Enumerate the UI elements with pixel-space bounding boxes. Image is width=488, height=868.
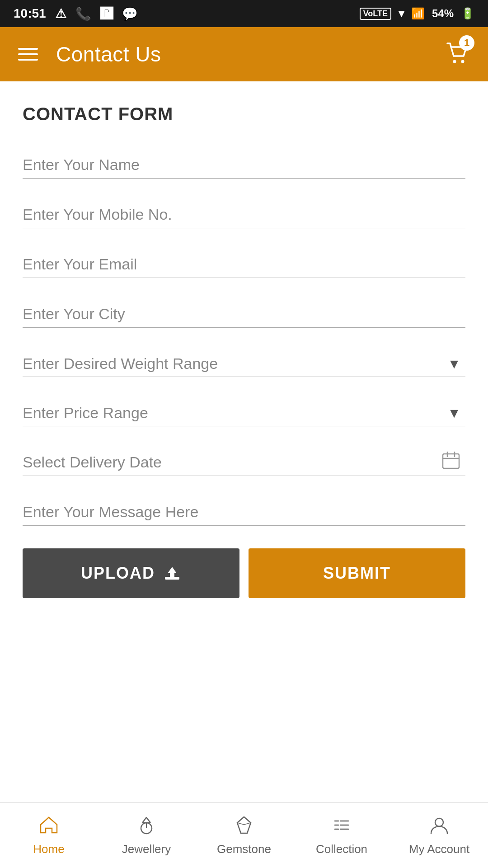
weight-range-select[interactable]: Enter Desired Weight Range xyxy=(23,350,465,377)
signal-icon: 📶 xyxy=(411,7,425,20)
hamburger-menu[interactable] xyxy=(18,48,38,61)
cart-button[interactable]: 1 xyxy=(443,40,470,69)
nav-item-gemstone[interactable]: Gemstone xyxy=(195,803,293,868)
nav-item-jewellery[interactable]: Jewellery xyxy=(98,803,195,868)
city-field-group xyxy=(23,301,465,328)
email-input[interactable] xyxy=(23,251,465,278)
upload-icon xyxy=(163,564,181,582)
svg-marker-12 xyxy=(237,817,251,825)
mobile-input[interactable] xyxy=(23,201,465,228)
message-input[interactable] xyxy=(23,499,465,526)
status-time: 10:51 xyxy=(14,6,46,21)
svg-marker-7 xyxy=(168,567,177,577)
name-field-group xyxy=(23,151,465,179)
cart-badge: 1 xyxy=(459,35,474,51)
upload-button[interactable]: UPLOAD xyxy=(23,548,239,598)
nav-label-home: Home xyxy=(33,842,64,856)
svg-point-19 xyxy=(435,818,443,826)
delivery-date-group xyxy=(23,449,465,476)
bottom-nav: Home Jewellery Gemstone xyxy=(0,802,488,868)
gemstone-icon xyxy=(234,815,254,839)
weight-range-group: Enter Desired Weight Range ▼ xyxy=(23,350,465,377)
form-buttons: UPLOAD SUBMIT xyxy=(23,548,465,598)
wifi-icon: ▾ xyxy=(399,7,404,20)
battery-icon: 🔋 xyxy=(461,7,474,20)
svg-point-1 xyxy=(461,60,465,63)
submit-button[interactable]: SUBMIT xyxy=(249,548,465,598)
volte-badge: VoLTE xyxy=(360,8,391,20)
nav-item-home[interactable]: Home xyxy=(0,803,98,868)
nav-item-collection[interactable]: Collection xyxy=(293,803,390,868)
svg-point-0 xyxy=(453,60,456,63)
navbar: Contact Us 1 xyxy=(0,27,488,81)
form-section-title: CONTACT FORM xyxy=(23,104,465,124)
whatsapp-icon: 💬 xyxy=(122,6,138,21)
city-input[interactable] xyxy=(23,301,465,328)
email-field-group xyxy=(23,251,465,278)
nav-item-myaccount[interactable]: My Account xyxy=(390,803,488,868)
myaccount-icon xyxy=(429,815,450,839)
name-input[interactable] xyxy=(23,151,465,179)
battery-level: 54% xyxy=(432,7,454,20)
svg-rect-6 xyxy=(165,577,179,580)
svg-marker-11 xyxy=(237,817,251,833)
nav-label-myaccount: My Account xyxy=(409,842,469,856)
mobile-field-group xyxy=(23,201,465,228)
nav-label-gemstone: Gemstone xyxy=(217,842,271,856)
jewellery-icon xyxy=(136,815,157,839)
nav-label-jewellery: Jewellery xyxy=(122,842,171,856)
collection-icon xyxy=(331,815,352,839)
message-field-group xyxy=(23,499,465,526)
parking-icon: 🅿 xyxy=(100,6,113,21)
nav-label-collection: Collection xyxy=(316,842,367,856)
status-bar: 10:51 ⚠ 📞 🅿 💬 VoLTE ▾ 📶 54% 🔋 xyxy=(0,0,488,27)
main-content: CONTACT FORM Enter Desired Weight Range … xyxy=(0,81,488,625)
upload-label: UPLOAD xyxy=(81,564,155,583)
warning-icon: ⚠ xyxy=(55,6,66,21)
page-title: Contact Us xyxy=(56,42,161,66)
submit-label: SUBMIT xyxy=(323,564,391,582)
price-range-select[interactable]: Enter Price Range xyxy=(23,400,465,426)
home-icon xyxy=(38,815,59,839)
price-range-group: Enter Price Range ▼ xyxy=(23,400,465,426)
delivery-date-input[interactable] xyxy=(23,449,465,476)
call-icon: 📞 xyxy=(75,6,91,21)
